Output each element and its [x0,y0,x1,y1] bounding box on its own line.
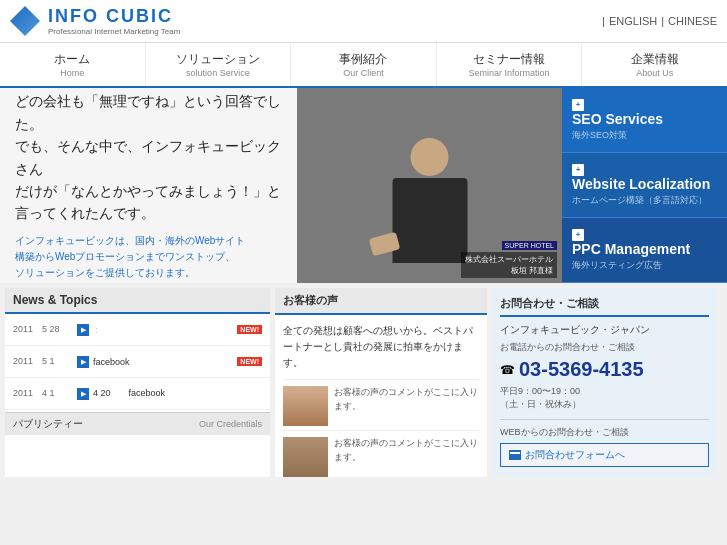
logo-sub: Professional Internet Marketing Team [48,27,180,36]
pub-label: パブリシティー [13,417,83,431]
hero-text-4: 言ってくれたんです。 [15,205,155,221]
hero-big-text: どの会社も「無理ですね」という回答でした。 でも、そんな中で、インフォキュービッ… [15,90,282,224]
nav-about[interactable]: 企業情報 About Us [582,43,727,86]
news-column: News & Topics 2011 5 28 ▶ : NEW! 2011 5 … [5,288,270,477]
service-ppc-title: PPC Management [572,241,717,257]
hero-text-2: でも、そんな中で、インフォキュービックさん [15,138,281,176]
news-sep-1: : [95,325,98,335]
nav-seminar[interactable]: セミナー情報 Seminar Information [437,43,583,86]
nav-home-jp: ホーム [4,51,141,68]
nav-about-jp: 企業情報 [586,51,723,68]
service-loc-subtitle: ホームページ構築（多言語対応） [572,194,717,207]
voice-column: お客様の声 全ての発想は顧客への想いから。ベストパートナーとし貴社の発展に拍車を… [275,288,487,477]
envelope-icon [509,450,521,460]
contact-hours: 平日9：00〜19：00 （土・日・祝休み） [500,385,709,411]
nav-solution-en: solution Service [150,68,287,78]
logo-main: INFO CUBIC [48,6,180,27]
logo-text: INFO CUBIC Professional Internet Marketi… [48,6,180,36]
lang-separator2: | [661,15,664,27]
contact-label: お電話からのお問合わせ・ご相談 [500,341,709,354]
news-new-1: NEW! [237,325,262,334]
contact-web-label: WEBからのお問合わせ・ご相談 [500,419,709,439]
news-arrow-1: ▶ [77,324,89,336]
voice-photo-2: お客様の声のコメントがここに入ります。 [283,430,479,477]
hero-caption: SUPER HOTEL 株式会社スーパーホテル 板垣 邦直様 [461,234,557,278]
nav-seminar-jp: セミナー情報 [441,51,578,68]
contact-header: お問合わせ・ご相談 [500,296,709,317]
news-title-3: 4 20 facebook [93,387,262,400]
voice-text-1: お客様の声のコメントがここに入ります。 [334,386,479,413]
hero-small-2: 構築からWebプロモーションまでワンストップ、 [15,251,235,262]
hero-small-3: ソリューションをご提供しております。 [15,267,195,278]
news-date-1: 2011 5 28 [13,323,73,336]
lang-chinese[interactable]: CHINESE [668,15,717,27]
nav-solution[interactable]: ソリューション solution Service [146,43,292,86]
hero-text-1: どの会社も「無理ですね」という回答でした。 [15,93,281,131]
contact-company: インフォキュービック・ジャパン [500,323,709,337]
news-item-1[interactable]: 2011 5 28 ▶ : NEW! [5,314,270,346]
news-title-2: facebook [93,357,233,367]
service-seo-icon: + [572,99,584,111]
service-seo-subtitle: 海外SEO対策 [572,129,717,142]
nav-cases[interactable]: 事例紹介 Our Client [291,43,437,86]
contact-hours2-text: （土・日・祝休み） [500,399,581,409]
hero-small-1: インフォキュービックは、国内・海外のWebサイト [15,235,245,246]
pub-header[interactable]: パブリシティー Our Credentials [5,412,270,435]
nav-about-en: About Us [586,68,723,78]
hero-services: + SEO Services 海外SEO対策 + Website Localiz… [562,88,727,283]
hero-text-3: だけが「なんとかやってみましょう！」と [15,183,281,199]
voice-content: 全ての発想は顧客への想いから。ベストパートナーとし貴社の発展に拍車をかけます。 [275,315,487,379]
hero-small-text: インフォキュービックは、国内・海外のWebサイト 構築からWebプロモーションま… [15,233,282,281]
news-header: News & Topics [5,288,270,314]
news-date-2: 2011 5 1 [13,355,73,368]
service-seo-title: SEO Services [572,111,717,127]
lang-separator: | [602,15,605,27]
news-item-2[interactable]: 2011 5 1 ▶ facebook NEW! [5,346,270,378]
header: INFO CUBIC Professional Internet Marketi… [0,0,727,43]
thumb-person-1 [283,386,328,426]
hero-photo-person: SUPER HOTEL 株式会社スーパーホテル 板垣 邦直様 [297,88,562,283]
nav: ホーム Home ソリューション solution Service 事例紹介 O… [0,43,727,88]
hero-photo: SUPER HOTEL 株式会社スーパーホテル 板垣 邦直様 [297,88,562,283]
nav-seminar-en: Seminar Information [441,68,578,78]
service-seo[interactable]: + SEO Services 海外SEO対策 [562,88,727,153]
caption-text: 株式会社スーパーホテル 板垣 邦直様 [461,252,557,278]
service-loc-title: Website Localization [572,176,717,192]
lang-english[interactable]: ENGLISH [609,15,657,27]
hero-left: どの会社も「無理ですね」という回答でした。 でも、そんな中で、インフォキュービッ… [0,88,297,283]
voice-thumb-2 [283,437,328,477]
service-ppc-subtitle: 海外リスティング広告 [572,259,717,272]
voice-inner: 全ての発想は顧客への想いから。ベストパートナーとし貴社の発展に拍車をかけます。 … [275,315,487,477]
nav-cases-en: Our Client [295,68,432,78]
contact-phone-row: ☎ 03-5369-4135 [500,358,709,381]
news-new-2: NEW! [237,357,262,366]
news-item-3[interactable]: 2011 4 1 ▶ 4 20 facebook [5,378,270,410]
hero-center: SUPER HOTEL 株式会社スーパーホテル 板垣 邦直様 [297,88,562,283]
hero: どの会社も「無理ですね」という回答でした。 でも、そんな中で、インフォキュービッ… [0,88,727,283]
news-arrow-2: ▶ [77,356,89,368]
contact-form-label: お問合わせフォームへ [525,448,625,462]
service-ppc[interactable]: + PPC Management 海外リスティング広告 [562,218,727,283]
news-arrow-3: ▶ [77,388,89,400]
lang-selector: | ENGLISH | CHINESE [602,15,717,27]
contact-phone: 03-5369-4135 [519,358,644,381]
service-loc-icon: + [572,164,584,176]
voice-thumb-1 [283,386,328,426]
nav-solution-jp: ソリューション [150,51,287,68]
service-localization[interactable]: + Website Localization ホームページ構築（多言語対応） [562,153,727,218]
voice-photos: お客様の声のコメントがここに入ります。 お客様の声のコメントがここに入ります。 [275,379,487,477]
nav-home-en: Home [4,68,141,78]
logo-icon [10,6,40,36]
logo-area: INFO CUBIC Professional Internet Marketi… [10,6,180,36]
main-content: News & Topics 2011 5 28 ▶ : NEW! 2011 5 … [0,283,727,477]
hotel-logo: SUPER HOTEL [502,241,557,250]
contact-form-button[interactable]: お問合わせフォームへ [500,443,709,467]
contact-hours-text: 平日9：00〜19：00 [500,386,580,396]
pub-right: Our Credentials [199,419,262,429]
voice-text-2: お客様の声のコメントがここに入ります。 [334,437,479,464]
voice-header: お客様の声 [275,288,487,315]
nav-home[interactable]: ホーム Home [0,43,146,86]
news-date-3: 2011 4 1 [13,387,73,400]
thumb-person-2 [283,437,328,477]
voice-photo-1: お客様の声のコメントがここに入ります。 [283,379,479,426]
